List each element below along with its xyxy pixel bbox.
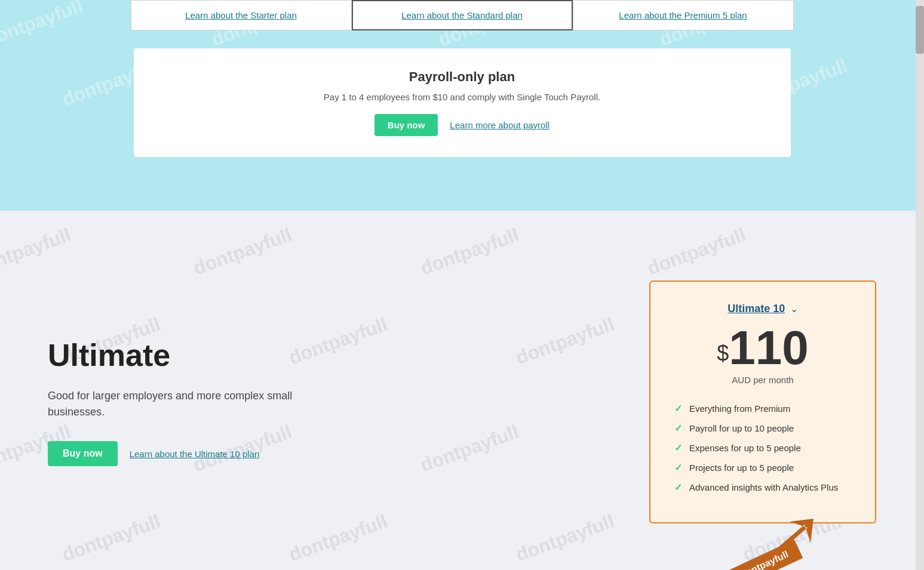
bwm-1: dontpayfull bbox=[0, 224, 74, 280]
bwm-13: dontpayfull bbox=[59, 510, 164, 566]
bwm-14: dontpayfull bbox=[286, 510, 391, 566]
check-icon-2: ✓ bbox=[674, 423, 682, 434]
bwm-15: dontpayfull bbox=[513, 510, 618, 566]
ultimate-heading: Ultimate bbox=[48, 337, 346, 373]
starter-plan-cell: Learn about the Starter plan bbox=[131, 0, 352, 30]
scrollbar-thumb[interactable] bbox=[916, 6, 924, 54]
scrollbar[interactable] bbox=[916, 0, 924, 570]
list-item: ✓ Advanced insights with Analytics Plus bbox=[674, 482, 851, 493]
check-icon-1: ✓ bbox=[674, 403, 682, 414]
bwm-2: dontpayfull bbox=[191, 224, 295, 280]
list-item: ✓ Projects for up to 5 people bbox=[674, 462, 851, 473]
price-display: $110 bbox=[674, 324, 851, 372]
check-icon-5: ✓ bbox=[674, 482, 682, 493]
price-period: AUD per month bbox=[674, 375, 851, 385]
check-icon-3: ✓ bbox=[674, 442, 682, 454]
ultimate-plan-selector[interactable]: Ultimate 10 bbox=[727, 303, 785, 315]
list-item: ✓ Expenses for up to 5 people bbox=[674, 442, 851, 454]
bwm-4: dontpayfull bbox=[644, 224, 749, 280]
list-item: ✓ Payroll for up to 10 people bbox=[674, 423, 851, 434]
starter-plan-link[interactable]: Learn about the Starter plan bbox=[185, 10, 297, 20]
ultimate-actions: Buy now Learn about the Ultimate 10 plan bbox=[48, 441, 346, 466]
feature-list: ✓ Everything from Premium ✓ Payroll for … bbox=[674, 403, 851, 493]
payroll-learn-more-link[interactable]: Learn more about payroll bbox=[450, 120, 550, 130]
stamp-wrapper: dontpayfull bbox=[739, 513, 816, 569]
ultimate-buy-now-button[interactable]: Buy now bbox=[48, 441, 118, 466]
currency-symbol: $ bbox=[717, 340, 729, 365]
bottom-section: dontpayfull dontpayfull dontpayfull dont… bbox=[0, 211, 924, 570]
ultimate-learn-link[interactable]: Learn about the Ultimate 10 plan bbox=[130, 449, 260, 459]
bwm-7: dontpayfull bbox=[513, 313, 618, 369]
card-title-row: Ultimate 10 ⌄ bbox=[674, 303, 851, 315]
list-item: ✓ Everything from Premium bbox=[674, 403, 851, 414]
bwm-11: dontpayfull bbox=[418, 421, 522, 477]
premium5-plan-link[interactable]: Learn about the Premium 5 plan bbox=[619, 10, 747, 20]
ultimate-pricing-card: Ultimate 10 ⌄ $110 AUD per month ✓ Every… bbox=[649, 281, 876, 523]
stamp-inner: dontpayfull bbox=[739, 513, 816, 569]
payroll-description: Pay 1 to 4 employees from $10 and comply… bbox=[158, 92, 767, 102]
standard-plan-cell: Learn about the Standard plan bbox=[352, 0, 573, 30]
top-section: dontpayfull dontpayfull dontpayfull dont… bbox=[0, 0, 924, 211]
check-icon-4: ✓ bbox=[674, 462, 682, 473]
price-amount: 110 bbox=[729, 321, 808, 374]
feature-text-3: Expenses for up to 5 people bbox=[689, 443, 801, 453]
premium5-plan-cell: Learn about the Premium 5 plan bbox=[573, 0, 794, 30]
feature-text-1: Everything from Premium bbox=[689, 403, 790, 414]
bwm-3: dontpayfull bbox=[418, 224, 522, 280]
feature-text-2: Payroll for up to 10 people bbox=[689, 423, 794, 433]
feature-text-5: Advanced insights with Analytics Plus bbox=[689, 482, 838, 492]
ultimate-left: Ultimate Good for larger employers and m… bbox=[48, 337, 346, 466]
payroll-section: Payroll-only plan Pay 1 to 4 employees f… bbox=[134, 48, 791, 157]
ultimate-description: Good for larger employers and more compl… bbox=[48, 388, 346, 420]
payroll-actions: Buy now Learn more about payroll bbox=[158, 114, 767, 136]
plan-links-row: Learn about the Starter plan Learn about… bbox=[24, 0, 900, 30]
payroll-title: Payroll-only plan bbox=[158, 69, 767, 85]
feature-text-4: Projects for up to 5 people bbox=[689, 463, 794, 473]
chevron-down-icon[interactable]: ⌄ bbox=[790, 304, 798, 314]
standard-plan-link[interactable]: Learn about the Standard plan bbox=[401, 10, 523, 20]
payroll-buy-now-button[interactable]: Buy now bbox=[374, 114, 438, 136]
